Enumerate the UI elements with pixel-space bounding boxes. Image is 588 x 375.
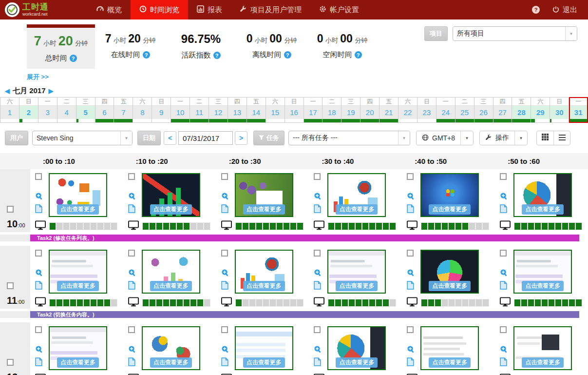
- screenshot-checkbox[interactable]: [314, 250, 321, 257]
- screenshot-thumbnail[interactable]: 点击查看更多: [49, 173, 107, 217]
- zoom-in-icon[interactable]: [500, 269, 508, 281]
- screenshot-thumbnail[interactable]: 点击查看更多: [327, 250, 386, 294]
- screenshot-checkbox[interactable]: [128, 173, 135, 180]
- view-more-button[interactable]: 点击查看更多: [429, 357, 471, 368]
- zoom-in-icon[interactable]: [128, 192, 136, 204]
- next-day-button[interactable]: >: [235, 131, 247, 145]
- nav-item-reports[interactable]: 报表: [188, 0, 231, 20]
- document-icon[interactable]: [500, 281, 507, 294]
- calendar-day[interactable]: 日16: [285, 97, 304, 123]
- timezone-button[interactable]: GMT+8: [417, 131, 460, 145]
- chevron-down-icon[interactable]: ▼: [514, 131, 527, 145]
- calendar-day[interactable]: 一10: [171, 97, 190, 123]
- calendar-day[interactable]: 一17: [304, 97, 323, 123]
- calendar-day[interactable]: 二18: [322, 97, 341, 123]
- screenshot-thumbnail[interactable]: 点击查看更多: [235, 173, 293, 217]
- calendar-day[interactable]: 六15: [266, 97, 285, 123]
- screenshot-checkbox[interactable]: [221, 173, 228, 180]
- calendar-day[interactable]: 日23: [417, 97, 436, 123]
- calendar-day[interactable]: 五28: [512, 97, 531, 123]
- date-input[interactable]: [178, 131, 233, 145]
- screenshot-thumbnail[interactable]: 点击查看更多: [49, 326, 107, 370]
- screenshot-checkbox[interactable]: [407, 173, 414, 180]
- help-icon[interactable]: ?: [532, 6, 540, 14]
- calendar-day[interactable]: 四27: [493, 97, 512, 123]
- screenshot-thumbnail[interactable]: 点击查看更多: [513, 326, 572, 370]
- question-icon[interactable]: ?: [355, 51, 362, 59]
- view-more-button[interactable]: 点击查看更多: [57, 204, 99, 215]
- project-select[interactable]: 所有项目 ▼: [453, 26, 577, 41]
- screenshot-checkbox[interactable]: [35, 173, 42, 180]
- view-more-button[interactable]: 点击查看更多: [522, 281, 564, 291]
- prev-day-button[interactable]: <: [164, 131, 176, 145]
- document-icon[interactable]: [35, 357, 42, 370]
- calendar-day[interactable]: 二4: [57, 97, 76, 123]
- screenshot-checkbox[interactable]: [35, 326, 42, 333]
- view-more-button[interactable]: 点击查看更多: [429, 204, 471, 215]
- calendar-day[interactable]: 三5: [76, 97, 95, 123]
- view-more-button[interactable]: 点击查看更多: [522, 204, 564, 215]
- document-icon[interactable]: [500, 357, 507, 370]
- calendar-day[interactable]: 四20: [360, 97, 379, 123]
- screenshot-thumbnail[interactable]: 点击查看更多: [235, 250, 293, 294]
- document-icon[interactable]: [35, 204, 42, 217]
- logout-button[interactable]: 退出: [552, 5, 577, 15]
- zoom-in-icon[interactable]: [314, 192, 322, 204]
- nav-item-time-browse[interactable]: 时间浏览: [131, 0, 188, 20]
- document-icon[interactable]: [500, 204, 507, 217]
- screenshot-checkbox[interactable]: [128, 250, 135, 257]
- zoom-in-icon[interactable]: [500, 192, 508, 204]
- screenshot-checkbox[interactable]: [500, 326, 507, 333]
- screenshot-checkbox[interactable]: [500, 250, 507, 257]
- row-checkbox[interactable]: [7, 359, 14, 366]
- view-more-button[interactable]: 点击查看更多: [243, 281, 285, 291]
- screenshot-checkbox[interactable]: [500, 173, 507, 180]
- document-icon[interactable]: [128, 281, 135, 294]
- calendar-day[interactable]: 二11: [190, 97, 209, 123]
- user-select[interactable]: Steven Sing ▼: [32, 131, 133, 145]
- calendar-day[interactable]: 一24: [436, 97, 455, 123]
- calendar-day[interactable]: 二25: [455, 97, 474, 123]
- screenshot-thumbnail[interactable]: 点击查看更多: [142, 250, 200, 294]
- document-icon[interactable]: [128, 357, 135, 370]
- screenshot-thumbnail[interactable]: 点击查看更多: [327, 326, 386, 370]
- calendar-day[interactable]: 日9: [152, 97, 171, 123]
- document-icon[interactable]: [407, 357, 414, 370]
- screenshot-thumbnail[interactable]: 点击查看更多: [327, 173, 386, 217]
- document-icon[interactable]: [407, 281, 414, 294]
- screenshot-checkbox[interactable]: [314, 326, 321, 333]
- zoom-in-icon[interactable]: [35, 192, 43, 204]
- screenshot-checkbox[interactable]: [407, 326, 414, 333]
- calendar-day[interactable]: 四6: [95, 97, 114, 123]
- screenshot-thumbnail[interactable]: 点击查看更多: [142, 173, 200, 217]
- document-icon[interactable]: [128, 204, 135, 217]
- screenshot-thumbnail[interactable]: 点击查看更多: [235, 326, 293, 370]
- view-more-button[interactable]: 点击查看更多: [57, 281, 99, 291]
- nav-item-overview[interactable]: 概览: [88, 0, 131, 20]
- screenshot-thumbnail[interactable]: 点击查看更多: [513, 250, 572, 294]
- expand-link[interactable]: 展开 >>: [27, 73, 66, 81]
- calendar-day[interactable]: 一3: [38, 97, 57, 123]
- view-more-button[interactable]: 点击查看更多: [336, 357, 378, 368]
- view-more-button[interactable]: 点击查看更多: [429, 281, 471, 291]
- view-more-button[interactable]: 点击查看更多: [522, 357, 564, 368]
- view-more-button[interactable]: 点击查看更多: [57, 357, 99, 368]
- screenshot-checkbox[interactable]: [221, 250, 228, 257]
- screenshot-checkbox[interactable]: [35, 250, 42, 257]
- zoom-in-icon[interactable]: [407, 345, 415, 357]
- zoom-in-icon[interactable]: [221, 192, 229, 204]
- zoom-in-icon[interactable]: [128, 345, 136, 357]
- zoom-in-icon[interactable]: [128, 269, 136, 281]
- screenshot-thumbnail[interactable]: 点击查看更多: [142, 326, 200, 370]
- nav-item-project-user-mgmt[interactable]: 项目及用户管理: [231, 0, 310, 20]
- document-icon[interactable]: [314, 281, 321, 294]
- calendar-day[interactable]: 日30: [550, 97, 569, 123]
- screenshot-checkbox[interactable]: [221, 326, 228, 333]
- screenshot-checkbox[interactable]: [128, 326, 135, 333]
- screenshot-checkbox[interactable]: [314, 173, 321, 180]
- list-view-button[interactable]: [553, 131, 570, 145]
- task-select[interactable]: --- 所有任务 --- ▼: [288, 131, 410, 145]
- calendar-day[interactable]: 六8: [133, 97, 152, 123]
- screenshot-thumbnail[interactable]: 点击查看更多: [513, 173, 572, 217]
- calendar-day[interactable]: 三12: [209, 97, 228, 123]
